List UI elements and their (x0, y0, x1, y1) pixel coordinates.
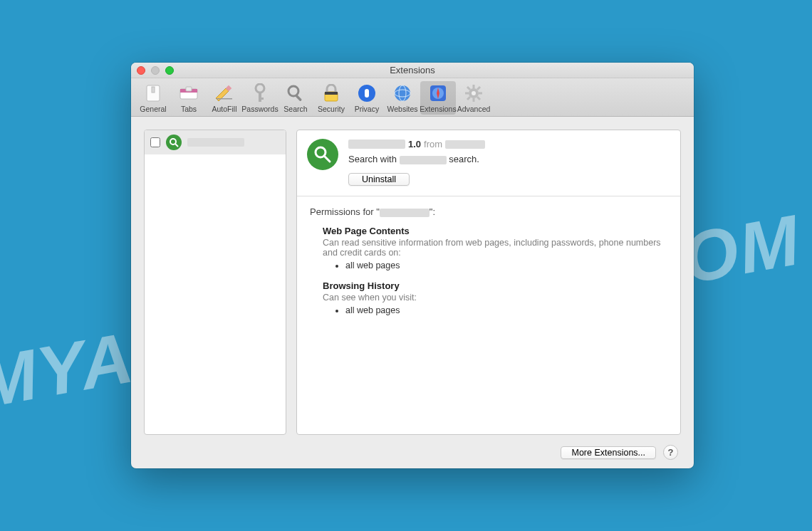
security-icon (321, 83, 341, 103)
extension-desc-prefix: Search with (348, 154, 397, 164)
permissions-title: Permissions for "████████": (310, 206, 667, 217)
help-button[interactable]: ? (663, 445, 678, 460)
svg-rect-4 (186, 87, 192, 91)
permission-heading: Web Page Contents (323, 226, 667, 236)
permissions-section: Permissions for "████████": Web Page Con… (297, 196, 680, 335)
svg-point-7 (256, 84, 264, 93)
panels: ██████████ ████████ 1.0 from ██████ (144, 130, 681, 435)
general-icon (143, 83, 163, 103)
svg-point-16 (395, 85, 410, 101)
svg-rect-15 (365, 89, 369, 98)
privacy-icon (357, 83, 377, 103)
more-extensions-button[interactable]: More Extensions... (561, 446, 656, 459)
permission-list-item: all web pages (345, 305, 667, 315)
permission-description: Can read sensitive information from web … (323, 238, 667, 258)
permission-heading: Browsing History (323, 280, 667, 291)
extension-icon (307, 139, 338, 170)
extension-mini-icon (166, 135, 182, 150)
uninstall-button[interactable]: Uninstall (348, 173, 410, 186)
extension-name: ████████ (348, 140, 405, 149)
tab-privacy[interactable]: Privacy (349, 81, 385, 115)
tab-tabs-label: Tabs (181, 105, 197, 113)
titlebar: Extensions (131, 63, 694, 78)
tab-advanced[interactable]: Advanced (456, 81, 491, 115)
extensions-sidebar: ██████████ (144, 130, 286, 435)
extension-developer: ██████ (445, 140, 485, 149)
search-icon (286, 83, 306, 103)
tab-security-label: Security (318, 105, 345, 113)
extension-list-item[interactable]: ██████████ (145, 130, 286, 154)
permissions-title-suffix: ": (430, 206, 435, 217)
svg-line-32 (175, 144, 178, 147)
extension-meta: ████████ 1.0 from ██████ Search with ███… (348, 139, 670, 186)
tab-websites[interactable]: Websites (385, 81, 420, 115)
extension-desc-suffix: search. (449, 154, 479, 164)
tab-general-label: General (140, 105, 166, 113)
extension-name-line: ████████ 1.0 from ██████ (348, 139, 670, 149)
preferences-window: Extensions General Tabs AutoFill Passwor… (131, 63, 694, 468)
tab-passwords[interactable]: Passwords (242, 81, 278, 115)
svg-rect-9 (259, 98, 264, 100)
tab-privacy-label: Privacy (355, 105, 379, 113)
websites-icon (392, 83, 412, 103)
autofill-icon (214, 83, 234, 103)
tab-tabs[interactable]: Tabs (171, 81, 207, 115)
extension-list-name: ██████████ (187, 138, 244, 147)
extension-from-label: from (424, 139, 442, 149)
preferences-toolbar: General Tabs AutoFill Passwords Search (131, 78, 694, 117)
extension-desc-mid: ██████ (400, 156, 447, 164)
tab-security[interactable]: Security (313, 81, 349, 115)
tab-advanced-label: Advanced (457, 105, 491, 113)
extension-details-panel: ████████ 1.0 from ██████ Search with ███… (296, 130, 681, 435)
svg-point-30 (472, 91, 476, 95)
tabs-icon (179, 83, 199, 103)
svg-rect-8 (259, 92, 261, 102)
extension-description: Search with ██████ search. (348, 154, 670, 164)
passwords-icon (250, 83, 270, 103)
svg-line-27 (477, 97, 480, 100)
advanced-icon (464, 83, 484, 103)
svg-line-34 (324, 156, 330, 162)
footer: More Extensions... ? (144, 445, 681, 460)
svg-rect-1 (152, 87, 155, 93)
tab-autofill[interactable]: AutoFill (207, 81, 242, 115)
tab-passwords-label: Passwords (241, 105, 278, 113)
tab-extensions[interactable]: Extensions (420, 81, 456, 115)
tab-general[interactable]: General (135, 81, 171, 115)
tab-extensions-label: Extensions (420, 105, 456, 113)
permission-description: Can see when you visit: (323, 293, 667, 303)
svg-line-28 (477, 87, 480, 90)
extension-enable-checkbox[interactable] (150, 137, 160, 147)
svg-rect-6 (217, 98, 232, 100)
tab-search-label: Search (283, 105, 307, 113)
tab-search[interactable]: Search (278, 81, 313, 115)
svg-point-31 (170, 139, 176, 144)
permission-browsing-history: Browsing History Can see when you visit:… (323, 280, 667, 315)
permission-list: all web pages (323, 305, 667, 315)
window-title: Extensions (131, 65, 694, 75)
tab-autofill-label: AutoFill (212, 105, 236, 113)
content-area: ██████████ ████████ 1.0 from ██████ (131, 117, 694, 468)
extension-version: 1.0 (408, 139, 421, 149)
extensions-icon (428, 83, 448, 103)
permission-list: all web pages (323, 261, 667, 270)
permission-list-item: all web pages (345, 261, 667, 270)
permission-web-page-contents: Web Page Contents Can read sensitive inf… (323, 226, 667, 270)
extension-header: ████████ 1.0 from ██████ Search with ███… (297, 130, 680, 196)
svg-rect-11 (296, 95, 303, 102)
permissions-title-name: ████████ (380, 209, 430, 217)
svg-line-29 (467, 97, 470, 100)
tab-websites-label: Websites (387, 105, 418, 113)
svg-rect-13 (325, 92, 338, 95)
permissions-title-prefix: Permissions for " (310, 206, 380, 217)
svg-point-10 (288, 86, 298, 96)
svg-line-26 (467, 87, 470, 90)
